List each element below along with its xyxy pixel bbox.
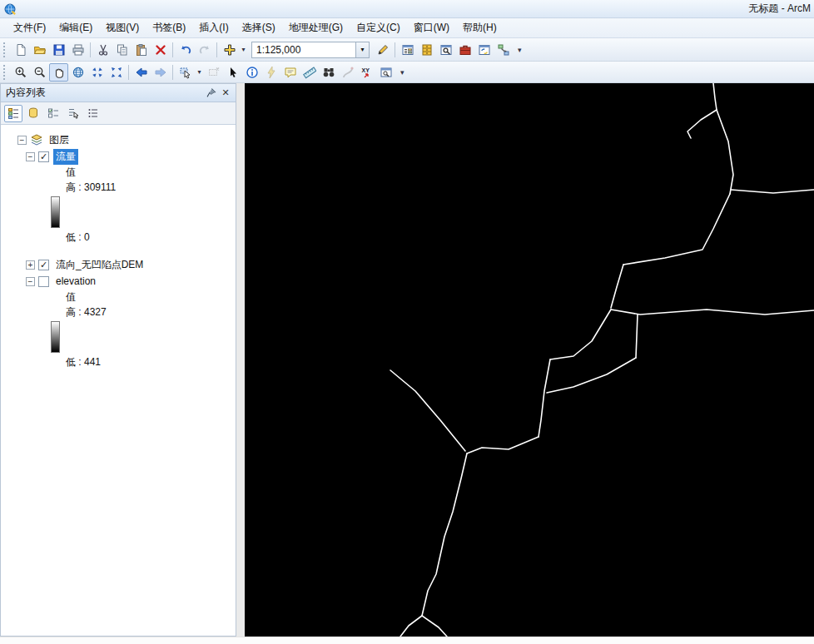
map-view[interactable] bbox=[245, 83, 814, 637]
copy-button[interactable] bbox=[112, 41, 132, 59]
toolbar-grip[interactable] bbox=[3, 65, 7, 80]
title-bar: 无标题 - ArcM bbox=[0, 0, 814, 18]
delete-button[interactable] bbox=[151, 41, 170, 59]
toolbar-overflow-button[interactable]: ▾ bbox=[397, 67, 408, 78]
go-forward-extent-button[interactable] bbox=[151, 63, 170, 82]
collapse-expander[interactable]: − bbox=[26, 152, 35, 161]
clear-selected-features-button[interactable] bbox=[204, 63, 223, 82]
collapse-expander[interactable]: − bbox=[17, 136, 27, 145]
pan-button[interactable] bbox=[49, 63, 68, 82]
list-by-visibility-button[interactable] bbox=[44, 105, 62, 122]
measure-button[interactable] bbox=[300, 63, 319, 82]
select-elements-button[interactable] bbox=[223, 63, 242, 82]
go-back-extent-button[interactable] bbox=[132, 63, 151, 82]
layer-name-elevation[interactable]: elevation bbox=[53, 275, 98, 288]
list-by-drawing-order-button[interactable] bbox=[4, 105, 22, 122]
layer-visibility-checkbox[interactable]: ✓ bbox=[38, 260, 49, 270]
full-extent-button[interactable] bbox=[68, 63, 87, 82]
save-button[interactable] bbox=[49, 41, 68, 59]
panel-splitter[interactable] bbox=[236, 83, 245, 637]
collapse-expander[interactable]: − bbox=[26, 277, 35, 286]
toc-toolbar bbox=[1, 102, 236, 124]
list-by-selection-button[interactable] bbox=[64, 105, 82, 122]
select-features-button[interactable] bbox=[176, 63, 195, 82]
menu-selection[interactable]: 选择(S) bbox=[236, 17, 282, 38]
menu-edit[interactable]: 编辑(E) bbox=[52, 17, 99, 38]
find-route-button[interactable] bbox=[338, 63, 357, 82]
python-window-button[interactable] bbox=[474, 41, 494, 59]
search-window-button[interactable] bbox=[436, 41, 455, 59]
catalog-button[interactable] bbox=[417, 41, 436, 59]
standard-toolbar: ▾ 1:125,000 ▾ bbox=[0, 38, 814, 62]
menu-bookmarks[interactable]: 书签(B) bbox=[146, 17, 192, 38]
toc-close-button[interactable]: ✕ bbox=[218, 86, 233, 101]
menu-insert[interactable]: 插入(I) bbox=[192, 17, 235, 38]
toolbar-grip[interactable] bbox=[3, 42, 7, 57]
new-document-button[interactable] bbox=[11, 41, 30, 59]
layer-name-flow-direction[interactable]: 流向_无凹陷点DEM bbox=[53, 257, 146, 273]
editor-button[interactable] bbox=[373, 41, 392, 59]
html-popup-button[interactable] bbox=[280, 63, 300, 82]
toolbox-icon bbox=[459, 43, 472, 57]
arctoolbox-button[interactable] bbox=[455, 41, 474, 59]
list-by-source-button[interactable] bbox=[24, 105, 42, 122]
menu-file[interactable]: 文件(F) bbox=[7, 17, 52, 38]
add-data-dropdown-arrow[interactable]: ▾ bbox=[239, 46, 248, 53]
identify-button[interactable] bbox=[242, 63, 261, 82]
fixed-zoom-out-button[interactable] bbox=[107, 63, 126, 82]
fixed-zoom-in-icon bbox=[91, 66, 104, 79]
zoom-in-button[interactable] bbox=[11, 63, 30, 82]
toc-options-icon bbox=[87, 107, 100, 120]
python-window-icon bbox=[478, 43, 491, 57]
identify-icon bbox=[246, 66, 259, 79]
scale-dropdown-arrow[interactable]: ▾ bbox=[355, 42, 369, 57]
open-folder-icon bbox=[33, 43, 47, 57]
toolbar-overflow-button[interactable]: ▾ bbox=[514, 44, 525, 56]
menu-customize[interactable]: 自定义(C) bbox=[350, 17, 407, 38]
layer-visibility-checkbox-unchecked[interactable] bbox=[38, 276, 49, 287]
redo-button[interactable] bbox=[195, 41, 214, 59]
table-of-contents-button[interactable] bbox=[398, 41, 417, 59]
toc-tree: − 图层 − ✓ 流量 值 高 : 309111 低 : 0 + bbox=[1, 124, 236, 636]
layer-name-flow-accumulation[interactable]: 流量 bbox=[53, 149, 78, 165]
find-button[interactable] bbox=[319, 63, 338, 82]
menu-view[interactable]: 视图(V) bbox=[99, 17, 146, 38]
back-arrow-icon bbox=[135, 66, 148, 79]
menu-window[interactable]: 窗口(W) bbox=[407, 17, 456, 38]
legend-low-label: 低 : 0 bbox=[66, 230, 236, 245]
paste-icon bbox=[135, 43, 148, 57]
legend-value-label: 值 bbox=[66, 290, 236, 305]
layer-visibility-checkbox[interactable]: ✓ bbox=[38, 151, 49, 162]
print-button[interactable] bbox=[68, 41, 87, 59]
status-bar bbox=[0, 637, 814, 644]
fixed-zoom-in-button[interactable] bbox=[87, 63, 107, 82]
layers-root-label[interactable]: 图层 bbox=[47, 132, 72, 148]
go-to-xy-button[interactable]: XY bbox=[357, 63, 376, 82]
list-by-selection-icon bbox=[67, 107, 80, 120]
cut-button[interactable] bbox=[93, 41, 112, 59]
viewer-window-button[interactable] bbox=[376, 63, 395, 82]
menu-geoprocessing[interactable]: 地理处理(G) bbox=[282, 17, 350, 38]
expand-expander[interactable]: + bbox=[26, 260, 35, 270]
color-ramp bbox=[51, 321, 60, 353]
add-data-icon bbox=[223, 43, 236, 57]
open-folder-button[interactable] bbox=[30, 41, 49, 59]
undo-button[interactable] bbox=[176, 41, 195, 59]
paste-button[interactable] bbox=[132, 41, 151, 59]
legend-value-label: 值 bbox=[66, 165, 236, 180]
hyperlink-button[interactable] bbox=[261, 63, 280, 82]
modelbuilder-button[interactable] bbox=[494, 41, 513, 59]
toolbar-separator bbox=[395, 42, 395, 57]
save-icon bbox=[52, 43, 66, 57]
add-data-button[interactable] bbox=[220, 41, 239, 59]
map-scale-value[interactable]: 1:125,000 bbox=[252, 44, 355, 56]
select-features-dropdown-arrow[interactable]: ▾ bbox=[195, 68, 204, 76]
menu-help[interactable]: 帮助(H) bbox=[456, 17, 504, 38]
toc-pin-button[interactable] bbox=[203, 86, 218, 101]
zoom-out-button[interactable] bbox=[30, 63, 49, 82]
map-scale-combobox[interactable]: 1:125,000 ▾ bbox=[251, 42, 370, 58]
toolbar-separator bbox=[172, 65, 173, 80]
toolbar-separator bbox=[216, 42, 217, 57]
toc-options-button[interactable] bbox=[84, 105, 102, 122]
catalog-icon bbox=[420, 43, 434, 57]
